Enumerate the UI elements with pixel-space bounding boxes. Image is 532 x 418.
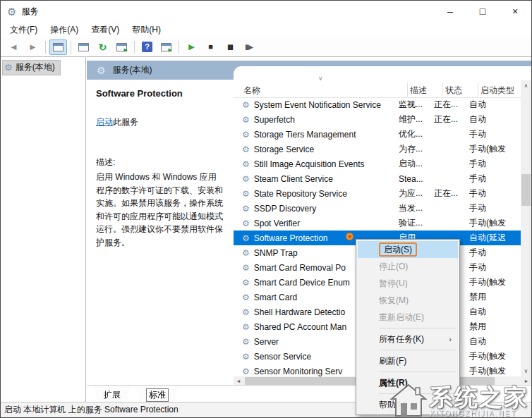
scroll-up-icon[interactable]: ∧ xyxy=(521,80,531,91)
service-gear-icon: ⚙ xyxy=(242,338,250,346)
context-menu-item[interactable]: 暂停(U) › xyxy=(358,275,458,292)
service-row[interactable]: ⚙ SSDP Discovery 当发... 手动 xyxy=(234,201,521,216)
restart-service-icon[interactable]: ▮▶ xyxy=(240,39,258,55)
service-row[interactable]: ⚙ Storage Service 为存... 手动(触发 xyxy=(234,142,521,156)
service-row[interactable]: ⚙ Still Image Acquisition Events 启动... 手… xyxy=(234,156,521,171)
service-row[interactable]: ⚙ System Event Notification Service 监视..… xyxy=(234,97,521,112)
column-header-startup-type[interactable]: 启动类型 xyxy=(480,85,514,97)
service-startup-type-cell: 手动 xyxy=(469,247,520,259)
service-startup-type-cell: 自动 xyxy=(469,336,520,348)
service-name: Shared PC Account Man xyxy=(254,322,346,332)
service-startup-type-cell: 禁用 xyxy=(469,321,520,333)
service-row[interactable]: ⚙ Storage Tiers Management 优化... 手动 xyxy=(234,127,521,142)
menubar-item[interactable]: 查看(V) xyxy=(85,22,126,38)
service-startup-type-cell: 自动 xyxy=(469,306,520,318)
click-location-marker xyxy=(346,233,353,240)
context-menu-item[interactable]: 重新启动(E) › xyxy=(358,309,458,326)
vertical-scrollbar-thumb[interactable] xyxy=(521,174,531,206)
forward-icon[interactable]: ► xyxy=(24,39,42,55)
context-menu-item[interactable]: 恢复(M) › xyxy=(358,292,458,309)
minimize-button[interactable]: – xyxy=(434,1,466,22)
maximize-button[interactable]: □ xyxy=(466,1,499,22)
service-name: Sensor Monitoring Serv xyxy=(254,367,342,376)
export-list-icon[interactable] xyxy=(113,39,131,55)
column-header-status[interactable]: 状态 xyxy=(445,85,462,97)
service-row[interactable]: ⚙ State Repository Service 为应... 正在... 手… xyxy=(234,186,521,201)
context-menu-item-label: 恢复(M) xyxy=(379,295,409,307)
vertical-scrollbar[interactable]: ∧ ∨ xyxy=(521,80,531,376)
menubar-item[interactable]: 帮助(H) xyxy=(126,22,167,38)
service-startup-type-cell: 手动 xyxy=(469,188,520,199)
service-startup-type-cell: 自动 xyxy=(469,99,520,111)
service-name-cell: ⚙ SSDP Discovery xyxy=(234,204,399,214)
context-menu-item: › xyxy=(379,328,457,328)
context-menu-item[interactable]: 帮助(H) › xyxy=(358,396,458,413)
service-name-cell: ⚙ Storage Tiers Management xyxy=(234,130,399,140)
pause-service-icon[interactable]: ▮▮ xyxy=(221,39,238,55)
back-icon[interactable]: ◄ xyxy=(5,39,23,55)
service-name-cell: ⚙ Superfetch xyxy=(234,115,399,125)
tree-item-services-local[interactable]: ⚙ 服务(本地) xyxy=(2,60,61,75)
service-name-cell: ⚙ System Event Notification Service xyxy=(234,100,399,110)
service-row[interactable]: ⚙ Spot Verifier 验证... 手动(触发 xyxy=(234,216,521,230)
service-name: Smart Card xyxy=(254,293,297,302)
service-row[interactable]: ⚙ Steam Client Service Stea... 手动 xyxy=(234,171,521,186)
context-menu-item-label: 所有任务(K) xyxy=(379,333,424,345)
show-console-tree-icon[interactable] xyxy=(49,39,67,55)
toolbar-separator xyxy=(179,41,179,54)
service-gear-icon: ⚙ xyxy=(242,130,250,139)
service-name: SNMP Trap xyxy=(254,248,298,258)
service-startup-type-cell: 禁用 xyxy=(469,291,520,303)
context-menu-item[interactable]: 所有任务(K) › xyxy=(358,331,458,348)
context-menu-item[interactable]: 刷新(F) › xyxy=(358,352,458,369)
service-description-cell: 验证... xyxy=(399,217,434,229)
menubar-item[interactable]: 操作(A) xyxy=(44,22,85,38)
service-description-cell: 为存... xyxy=(399,143,434,155)
service-startup-type-cell: 手动 xyxy=(469,173,520,185)
service-row[interactable]: ⚙ Superfetch 维护... 正在... 自动 xyxy=(234,112,521,127)
service-name-cell: ⚙ State Repository Service xyxy=(234,189,399,199)
context-menu-item[interactable]: 停止(O) › xyxy=(358,258,458,275)
column-divider[interactable] xyxy=(407,83,408,97)
action-pane-icon[interactable] xyxy=(157,39,175,55)
start-service-line: 启动此服务 xyxy=(96,116,224,128)
service-gear-icon: ⚙ xyxy=(242,101,250,109)
service-name: Superfetch xyxy=(254,115,295,125)
console-tree-panel: ⚙ 服务(本地) xyxy=(1,56,86,402)
service-name: Storage Service xyxy=(254,145,314,154)
service-name-cell: ⚙ Steam Client Service xyxy=(234,174,399,184)
tab-standard[interactable]: 标准 xyxy=(135,386,180,402)
tab-extended[interactable]: 扩展 xyxy=(92,386,132,402)
context-menu-item: › xyxy=(379,371,457,372)
service-description-cell: 维护... xyxy=(399,113,434,125)
help-icon[interactable]: ? xyxy=(138,39,156,55)
service-gear-icon: ⚙ xyxy=(242,308,250,316)
service-startup-type-cell: 自动 xyxy=(469,113,520,125)
scroll-down-icon[interactable]: ∨ xyxy=(521,366,531,376)
properties-icon[interactable] xyxy=(75,39,92,55)
menubar-item[interactable]: 文件(F) xyxy=(4,22,44,38)
column-header-name[interactable]: 名称 xyxy=(243,85,260,97)
service-status-cell: 正在... xyxy=(434,99,469,111)
column-divider[interactable] xyxy=(478,83,478,97)
tab-extended-label: 扩展 xyxy=(104,389,121,401)
services-gear-icon: ⚙ xyxy=(7,6,16,17)
context-menu-item-label: 帮助(H) xyxy=(379,399,408,411)
context-menu-item[interactable]: 启动(S) › xyxy=(358,241,458,258)
column-header-description[interactable]: 描述 xyxy=(410,85,427,97)
service-gear-icon: ⚙ xyxy=(242,234,250,242)
sort-indicator-icon: ∨ xyxy=(318,75,323,82)
start-service-link[interactable]: 启动 xyxy=(96,117,113,127)
column-divider[interactable] xyxy=(442,83,443,97)
start-service-icon[interactable]: ▶ xyxy=(183,39,200,55)
service-startup-type-cell: 手动(触发 xyxy=(469,217,520,229)
close-button[interactable]: × xyxy=(499,1,531,22)
menubar: 文件(F) 操作(A) 查看(V) 帮助(H) xyxy=(1,22,531,37)
refresh-icon[interactable]: ↻ xyxy=(94,39,111,55)
service-gear-icon: ⚙ xyxy=(242,278,250,287)
context-menu-item-label: 启动(S) xyxy=(379,242,417,257)
context-menu-item[interactable]: 属性(R) › xyxy=(358,374,458,391)
service-name: State Repository Service xyxy=(254,189,347,199)
selected-service-name: Software Protection xyxy=(96,88,224,99)
stop-service-icon[interactable]: ■ xyxy=(202,39,219,55)
